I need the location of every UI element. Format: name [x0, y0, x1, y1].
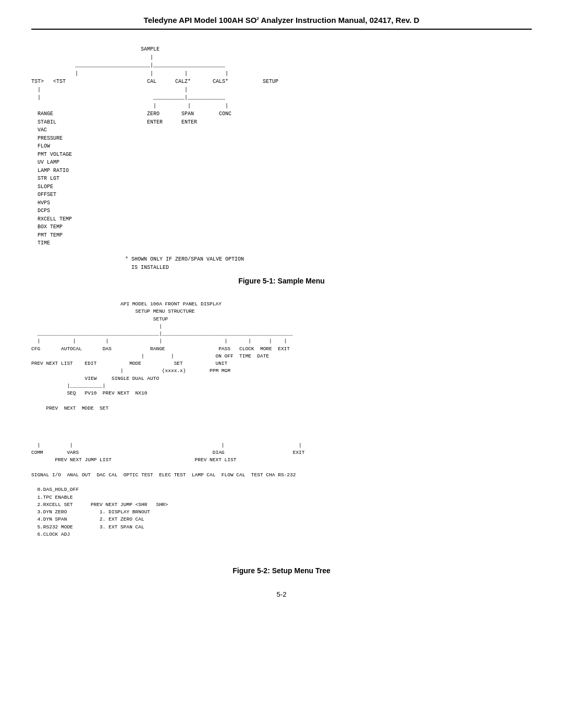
figure2-container: API MODEL 100A FRONT PANEL DISPLAY SETUP… [31, 301, 532, 575]
setup-menu-diagram: API MODEL 100A FRONT PANEL DISPLAY SETUP… [31, 301, 532, 561]
header-title2: Analyzer Instruction Manual, 02417, Rev.… [259, 16, 420, 24]
figure1-caption: Figure 5-1: Sample Menu [31, 277, 532, 285]
page-number: 5-2 [31, 590, 532, 598]
header-title: Teledyne API Model 100AH SO [144, 16, 257, 24]
sample-menu-pre: SAMPLE | ________________________|______… [31, 45, 532, 272]
setup-menu-pre: API MODEL 100A FRONT PANEL DISPLAY SETUP… [31, 301, 532, 538]
page-header: Teledyne API Model 100AH SO2 Analyzer In… [31, 16, 532, 30]
figure2-caption: Figure 5-2: Setup Menu Tree [31, 566, 532, 575]
sample-menu-diagram: SAMPLE | ________________________|______… [31, 45, 532, 272]
figure1-container: SAMPLE | ________________________|______… [31, 45, 532, 285]
